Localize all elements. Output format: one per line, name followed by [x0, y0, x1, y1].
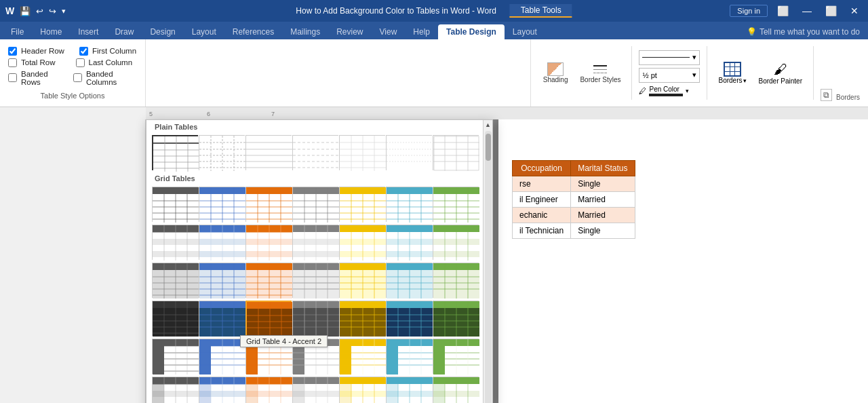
grid-thumb-1-7[interactable]: [433, 187, 479, 222]
grid-thumb-6-1[interactable]: [152, 377, 198, 403]
grid-tables-row-6: [146, 375, 492, 403]
tab-help[interactable]: Help: [405, 24, 438, 39]
tab-draw[interactable]: Draw: [106, 24, 142, 39]
quick-access-save[interactable]: 💾: [20, 6, 31, 16]
grid-thumb-6-6[interactable]: [386, 377, 432, 403]
border-painter-button[interactable]: 🖌 Border Painter: [755, 60, 806, 86]
grid-thumb-1-5[interactable]: [339, 187, 385, 222]
grid-thumb-4-7[interactable]: [433, 301, 479, 336]
grid-thumb-1-3[interactable]: [245, 187, 292, 222]
dropdown-scrollbar[interactable]: ▲ ▼: [483, 120, 492, 403]
plain-table-thumb-1[interactable]: [152, 135, 198, 170]
plain-table-thumb-2[interactable]: [199, 135, 245, 170]
border-styles-button[interactable]: Border Styles: [576, 61, 625, 85]
grid-thumb-3-4[interactable]: [292, 263, 338, 298]
first-column-label[interactable]: First Column: [92, 47, 136, 55]
grid-thumb-1-2[interactable]: [199, 187, 245, 222]
svg-rect-402: [433, 377, 445, 403]
tab-design[interactable]: Design: [142, 24, 183, 39]
shading-button[interactable]: Shading: [539, 61, 572, 85]
sign-in-button[interactable]: Sign in: [730, 5, 768, 17]
plain-table-thumb-5[interactable]: [339, 135, 385, 170]
grid-thumb-6-2[interactable]: [199, 377, 245, 403]
grid-thumb-2-6[interactable]: [386, 225, 432, 260]
plain-table-thumb-7[interactable]: [433, 135, 479, 170]
first-column-checkbox[interactable]: [79, 47, 88, 56]
grid-thumb-4-2[interactable]: [199, 301, 245, 336]
grid-thumb-5-2[interactable]: [199, 339, 245, 374]
tab-references[interactable]: References: [224, 24, 282, 39]
grid-thumb-5-7[interactable]: [433, 339, 479, 374]
banded-rows-checkbox[interactable]: [8, 73, 17, 82]
total-row-checkbox[interactable]: [8, 58, 17, 67]
grid-thumb-2-1[interactable]: [152, 225, 198, 260]
tab-layout-table[interactable]: Layout: [505, 24, 545, 39]
total-row-label[interactable]: Total Row: [21, 58, 56, 66]
close-btn[interactable]: ✕: [846, 5, 863, 16]
grid-thumb-1-4[interactable]: [292, 187, 338, 222]
grid-thumb-3-1[interactable]: [152, 263, 198, 298]
grid-thumb-3-6[interactable]: [386, 263, 432, 298]
grid-thumb-2-3[interactable]: [245, 225, 292, 260]
grid-thumb-5-5[interactable]: [339, 339, 385, 374]
grid-thumb-1-6[interactable]: [386, 187, 432, 222]
grid-thumb-4-1[interactable]: [152, 301, 198, 336]
scroll-thumb[interactable]: [486, 134, 491, 161]
tab-layout[interactable]: Layout: [184, 24, 224, 39]
last-column-label[interactable]: Last Column: [89, 58, 133, 66]
grid-thumb-5-6[interactable]: [386, 339, 432, 374]
grid-thumb-4-4[interactable]: [292, 301, 338, 336]
banded-rows-label[interactable]: Banded Rows: [21, 70, 62, 86]
plain-table-thumb-6[interactable]: [386, 135, 432, 170]
quick-access-redo[interactable]: ↪: [49, 6, 56, 16]
plain-table-thumb-4[interactable]: [292, 135, 338, 170]
pen-color-control[interactable]: Pen Color: [649, 85, 683, 96]
quick-access-more[interactable]: ▾: [62, 7, 66, 16]
grid-thumb-4-5[interactable]: [339, 301, 385, 336]
tab-table-design[interactable]: Table Design: [438, 24, 505, 39]
plain-table-thumb-3[interactable]: [245, 135, 292, 170]
grid-thumb-4-6[interactable]: [386, 301, 432, 336]
grid-thumb-2-5[interactable]: [339, 225, 385, 260]
minimize-btn[interactable]: —: [798, 5, 816, 16]
grid-thumb-4-3[interactable]: [245, 301, 292, 336]
tab-file[interactable]: File: [3, 24, 32, 39]
grid-thumb-2-4[interactable]: [292, 225, 338, 260]
borders-button[interactable]: Borders ▾: [714, 60, 750, 85]
grid-thumb-2-2[interactable]: [199, 225, 245, 260]
pen-weight-select[interactable]: ½ pt ▾: [639, 68, 700, 83]
tab-mailings[interactable]: Mailings: [282, 24, 328, 39]
grid-thumb-3-7[interactable]: [433, 263, 479, 298]
borders-dropdown-arrow[interactable]: ▾: [743, 77, 747, 84]
tab-view[interactable]: View: [372, 24, 406, 39]
tell-me-area[interactable]: 💡 Tell me what you want to do: [738, 27, 868, 39]
maximize-btn[interactable]: ⬜: [821, 5, 841, 16]
header-row-checkbox[interactable]: [8, 47, 17, 56]
tab-home[interactable]: Home: [32, 24, 70, 39]
grid-thumb-6-4[interactable]: [292, 377, 338, 403]
scroll-up-btn[interactable]: ▲: [484, 120, 492, 130]
grid-thumb-1-1[interactable]: [152, 187, 198, 222]
grid-thumb-2-7[interactable]: [433, 225, 479, 260]
grid-thumb-5-1[interactable]: [152, 339, 198, 374]
expand-icon[interactable]: ⧉: [821, 89, 832, 101]
borders-expand[interactable]: ⧉: [821, 90, 832, 102]
grid-thumb-3-2[interactable]: [199, 263, 245, 298]
grid-thumb-6-5[interactable]: [339, 377, 385, 403]
banded-columns-checkbox[interactable]: [73, 73, 82, 82]
svg-rect-28: [293, 136, 339, 171]
border-line-style-select[interactable]: ▾: [639, 50, 700, 65]
grid-thumb-6-3[interactable]: [245, 377, 292, 403]
grid-thumb-6-7[interactable]: [433, 377, 479, 403]
quick-access-undo[interactable]: ↩: [36, 6, 43, 16]
banded-columns-label[interactable]: Banded Columns: [86, 70, 137, 86]
grid-thumb-3-5[interactable]: [339, 263, 385, 298]
header-row-label[interactable]: Header Row: [21, 47, 64, 55]
tab-review[interactable]: Review: [328, 24, 371, 39]
tab-insert[interactable]: Insert: [70, 24, 106, 39]
last-column-checkbox[interactable]: [76, 58, 85, 67]
grid-thumb-3-3[interactable]: [245, 263, 292, 298]
pen-color-dropdown[interactable]: ▾: [686, 88, 689, 94]
tooltip: Grid Table 4 - Accent 2: [240, 335, 328, 347]
ribbon-display-btn[interactable]: ⬜: [773, 5, 793, 16]
